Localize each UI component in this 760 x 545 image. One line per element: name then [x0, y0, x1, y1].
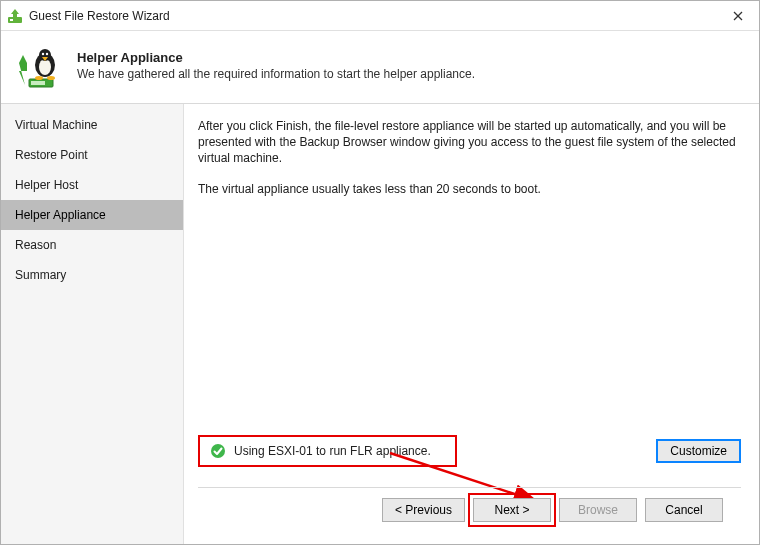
- next-button[interactable]: Next >: [473, 498, 551, 522]
- window-title: Guest File Restore Wizard: [29, 9, 717, 23]
- content-paragraph-2: The virtual appliance usually takes less…: [198, 181, 741, 197]
- svg-point-13: [47, 76, 55, 80]
- customize-button[interactable]: Customize: [656, 439, 741, 463]
- svg-rect-1: [10, 19, 13, 21]
- status-highlight: Using ESXI-01 to run FLR appliance.: [198, 435, 457, 467]
- previous-button[interactable]: < Previous: [382, 498, 465, 522]
- check-circle-icon: [210, 443, 226, 459]
- wizard-header: Helper Appliance We have gathered all th…: [1, 31, 759, 104]
- header-text: Helper Appliance We have gathered all th…: [77, 50, 475, 81]
- svg-rect-5: [31, 81, 45, 85]
- svg-point-14: [211, 444, 225, 458]
- sidebar-item-helper-host[interactable]: Helper Host: [1, 170, 183, 200]
- svg-point-9: [42, 53, 44, 55]
- app-icon: [7, 8, 23, 24]
- header-title: Helper Appliance: [77, 50, 475, 65]
- header-subtitle: We have gathered all the required inform…: [77, 67, 475, 81]
- close-button[interactable]: [717, 1, 759, 31]
- wizard-footer: < Previous Next > Browse Cancel: [198, 487, 741, 534]
- browse-button: Browse: [559, 498, 637, 522]
- wizard-body: Virtual Machine Restore Point Helper Hos…: [1, 104, 759, 544]
- sidebar-item-helper-appliance[interactable]: Helper Appliance: [1, 200, 183, 230]
- sidebar-item-virtual-machine[interactable]: Virtual Machine: [1, 110, 183, 140]
- sidebar-item-reason[interactable]: Reason: [1, 230, 183, 260]
- close-icon: [733, 11, 743, 21]
- titlebar: Guest File Restore Wizard: [1, 1, 759, 31]
- status-row: Using ESXI-01 to run FLR appliance. Cust…: [198, 435, 741, 467]
- content-paragraph-1: After you click Finish, the file-level r…: [198, 118, 741, 167]
- sidebar-item-restore-point[interactable]: Restore Point: [1, 140, 183, 170]
- sidebar-item-summary[interactable]: Summary: [1, 260, 183, 290]
- penguin-icon: [15, 41, 63, 89]
- cancel-button[interactable]: Cancel: [645, 498, 723, 522]
- wizard-window: Guest File Restore Wizard Helper Applian…: [0, 0, 760, 545]
- svg-point-7: [39, 59, 51, 75]
- svg-point-10: [46, 53, 48, 55]
- svg-point-12: [35, 76, 43, 80]
- status-text: Using ESXI-01 to run FLR appliance.: [234, 444, 431, 458]
- wizard-sidebar: Virtual Machine Restore Point Helper Hos…: [1, 104, 184, 544]
- wizard-content: After you click Finish, the file-level r…: [184, 104, 759, 544]
- content-lower: Using ESXI-01 to run FLR appliance. Cust…: [198, 435, 741, 487]
